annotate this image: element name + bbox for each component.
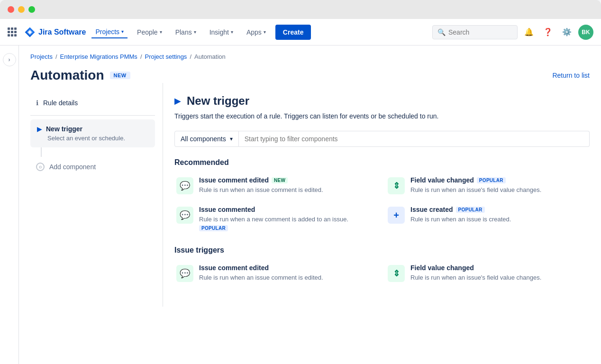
settings-button[interactable]: ⚙️	[559, 25, 574, 40]
breadcrumb-project-settings[interactable]: Project settings	[145, 53, 187, 60]
card-icon-wrap-t2: ⇕	[388, 265, 405, 282]
card-title-2: Field value changed POPULAR	[410, 176, 588, 184]
jira-logo[interactable]: Jira Software	[24, 27, 86, 38]
card-title-1: Issue comment edited NEW	[199, 176, 376, 184]
top-navigation: Jira Software Projects ▾ People ▾ Plans …	[0, 19, 601, 46]
main-layout: › Projects / Enterprise Migrations PMMs …	[0, 46, 601, 364]
card-content-t2: Field value changed Rule is run when an …	[410, 264, 588, 282]
nav-apps[interactable]: Apps ▾	[243, 27, 270, 38]
popular-badge-card3: POPULAR	[199, 225, 228, 231]
sidebar-toggle-button[interactable]: ›	[3, 53, 16, 66]
trigger-subtitle: Select an event or schedule.	[37, 135, 148, 142]
breadcrumb-sep-1: /	[55, 53, 57, 60]
filter-input[interactable]	[239, 131, 590, 147]
card-issue-comment-edited-recommended[interactable]: 💬 Issue comment edited NEW Rule is run w…	[174, 174, 378, 196]
card-icon-wrap-1: 💬	[176, 177, 193, 194]
search-box[interactable]: 🔍	[432, 25, 518, 39]
popular-badge-card4: POPULAR	[456, 207, 485, 213]
trigger-name: New trigger	[46, 125, 82, 133]
card-desc-4: Rule is run when an issue is created.	[410, 215, 588, 224]
insight-chevron-icon: ▾	[231, 29, 233, 35]
logo-text: Jira Software	[38, 28, 86, 36]
create-button[interactable]: Create	[275, 25, 311, 40]
nav-plans[interactable]: Plans ▾	[172, 27, 200, 38]
nav-people[interactable]: People ▾	[133, 27, 166, 38]
notifications-button[interactable]: 🔔	[521, 25, 537, 40]
recommended-cards-grid: 💬 Issue comment edited NEW Rule is run w…	[174, 174, 590, 235]
component-filter-dropdown[interactable]: All components ▾	[174, 131, 239, 147]
nav-right: 🔍 🔔 ❓ ⚙️ BK	[432, 25, 593, 40]
card-issue-created-recommended[interactable]: + Issue created POPULAR Rule is run when…	[386, 204, 590, 234]
card-issue-commented-recommended[interactable]: 💬 Issue commented Rule is run when a new…	[174, 204, 378, 234]
card-desc-2: Rule is run when an issue's field value …	[410, 186, 588, 194]
nav-left: Jira Software Projects ▾ People ▾ Plans …	[8, 25, 428, 40]
add-component-step[interactable]: ○ Add component	[30, 157, 155, 177]
step-divider	[30, 115, 155, 116]
card-content-1: Issue comment edited NEW Rule is run whe…	[199, 176, 376, 194]
search-input[interactable]	[448, 28, 510, 36]
breadcrumb-automation: Automation	[194, 53, 226, 60]
breadcrumb-projects[interactable]: Projects	[30, 53, 53, 60]
card-field-value-changed-recommended[interactable]: ⇕ Field value changed POPULAR Rule is ru…	[386, 174, 590, 196]
recommended-section-title: Recommended	[174, 158, 590, 167]
card-content-3: Issue commented Rule is run when a new c…	[199, 206, 376, 232]
close-dot[interactable]	[8, 6, 14, 13]
card-title-4: Issue created POPULAR	[410, 206, 588, 213]
card-desc-3: Rule is run when a new comment is added …	[199, 215, 376, 232]
card-content-2: Field value changed POPULAR Rule is run …	[410, 176, 588, 194]
comment-icon-1: 💬	[180, 181, 190, 191]
card-desc-t1: Rule is run when an issue comment is edi…	[199, 273, 376, 282]
nav-projects[interactable]: Projects ▾	[91, 26, 127, 38]
filter-dropdown-label: All components	[181, 135, 226, 143]
card-issue-comment-edited-trigger[interactable]: 💬 Issue comment edited Rule is run when …	[174, 262, 378, 284]
new-trigger-step[interactable]: ▶ New trigger Select an event or schedul…	[30, 119, 155, 147]
comment-icon-2: 💬	[180, 210, 190, 220]
card-content-t1: Issue comment edited Rule is run when an…	[199, 264, 376, 282]
field-icon-1: ⇕	[393, 181, 400, 191]
help-button[interactable]: ❓	[540, 25, 555, 40]
new-badge: NEW	[110, 72, 130, 79]
trigger-item-header: ▶ New trigger	[37, 125, 148, 133]
breadcrumb-enterprise[interactable]: Enterprise Migrations PMMs	[60, 53, 137, 60]
issue-trigger-cards-grid: 💬 Issue comment edited Rule is run when …	[174, 262, 590, 284]
jira-logo-icon	[24, 27, 36, 38]
panel-description: Triggers start the execution of a rule. …	[174, 111, 590, 121]
breadcrumb-sep-2: /	[140, 53, 142, 60]
new-badge-card1: NEW	[272, 177, 288, 183]
return-to-list-link[interactable]: Return to list	[552, 72, 590, 79]
sidebar-toggle-panel: ›	[0, 46, 19, 364]
card-field-value-changed-trigger[interactable]: ⇕ Field value changed Rule is run when a…	[386, 262, 590, 284]
window-chrome	[0, 0, 601, 19]
play-icon: ▶	[37, 125, 42, 133]
card-icon-wrap-3: 💬	[176, 207, 193, 224]
card-desc-t2: Rule is run when an issue's field value …	[410, 273, 588, 282]
content-area: Projects / Enterprise Migrations PMMs / …	[19, 46, 601, 364]
card-title-t2: Field value changed	[410, 264, 588, 272]
filter-row: All components ▾	[174, 131, 590, 147]
card-content-4: Issue created POPULAR Rule is run when a…	[410, 206, 588, 224]
rule-details-step[interactable]: ℹ Rule details	[30, 94, 155, 111]
panel-play-icon: ▶	[174, 96, 181, 106]
app-switcher-icon[interactable]	[8, 27, 17, 36]
add-circle-icon: ○	[36, 163, 45, 171]
issue-triggers-section-title: Issue triggers	[174, 246, 590, 255]
search-icon: 🔍	[437, 28, 446, 36]
filter-chevron-icon: ▾	[230, 136, 233, 142]
maximize-dot[interactable]	[28, 6, 35, 13]
card-icon-wrap-2: ⇕	[388, 177, 405, 194]
add-component-label: Add component	[49, 163, 96, 171]
plans-chevron-icon: ▾	[194, 29, 196, 35]
comment-icon-t1: 💬	[180, 268, 190, 279]
right-panel: ▶ New trigger Triggers start the executi…	[163, 83, 590, 307]
nav-insight[interactable]: Insight ▾	[206, 27, 237, 38]
minimize-dot[interactable]	[18, 6, 25, 13]
panel-title-row: ▶ New trigger	[174, 94, 590, 108]
apps-chevron-icon: ▾	[264, 29, 266, 35]
card-icon-wrap-4: +	[388, 207, 405, 224]
two-col-layout: ℹ Rule details ▶ New trigger Select an e…	[19, 83, 601, 307]
info-icon: ℹ	[36, 99, 38, 107]
avatar[interactable]: BK	[578, 25, 593, 40]
panel-title: New trigger	[187, 94, 249, 108]
card-desc-1: Rule is run when an issue comment is edi…	[199, 186, 376, 194]
card-title-t1: Issue comment edited	[199, 264, 376, 272]
